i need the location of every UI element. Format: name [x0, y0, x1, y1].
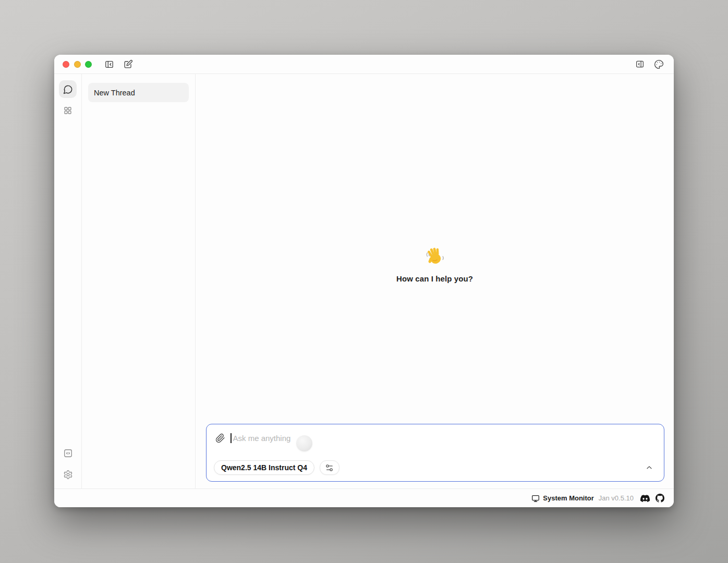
composer-collapse-button[interactable] — [642, 461, 657, 474]
paperclip-icon[interactable] — [215, 433, 225, 443]
app-window: New Thread — [54, 55, 674, 507]
composer: Qwen2.5 14B Instruct Q4 — [206, 424, 664, 482]
panel-right-toggle-icon[interactable] — [633, 58, 647, 70]
sidebar-item-settings[interactable] — [59, 466, 77, 483]
model-selector-button[interactable]: Qwen2.5 14B Instruct Q4 — [214, 460, 314, 475]
thread-list-panel: New Thread — [82, 74, 196, 488]
chat-bubble-icon — [63, 84, 73, 94]
new-thread-icon[interactable] — [121, 58, 135, 70]
thread-list-item[interactable]: New Thread — [88, 83, 189, 102]
greeting-emoji-text: 👋 — [445, 246, 446, 247]
sidebar-item-threads[interactable] — [59, 80, 77, 98]
greeting-text: How can I help you? — [196, 274, 674, 283]
minimize-button[interactable] — [74, 61, 81, 68]
app-version-label: Jan v0.5.10 — [599, 494, 634, 502]
zoom-button[interactable] — [85, 61, 92, 68]
chat-input[interactable] — [232, 434, 633, 443]
sliders-icon — [325, 463, 334, 472]
monitor-icon — [531, 494, 540, 503]
titlebar — [54, 55, 674, 74]
grid-icon — [63, 106, 72, 115]
panel-left-toggle-icon[interactable] — [102, 58, 116, 70]
left-rail — [54, 74, 82, 488]
statusbar: System Monitor Jan v0.5.10 — [54, 488, 674, 507]
close-button[interactable] — [63, 61, 69, 68]
traffic-lights — [63, 61, 92, 68]
system-monitor-label: System Monitor — [543, 494, 594, 502]
discord-icon[interactable] — [640, 495, 650, 502]
model-settings-button[interactable] — [320, 460, 339, 475]
loading-circle — [296, 435, 312, 451]
system-monitor-button[interactable]: System Monitor — [531, 494, 594, 503]
model-selector-label: Qwen2.5 14B Instruct Q4 — [221, 463, 307, 472]
theme-palette-icon[interactable] — [652, 58, 665, 70]
gear-icon — [63, 470, 73, 480]
waving-hand-emoji — [424, 246, 445, 266]
chevron-up-icon — [645, 463, 653, 472]
main-content: 👋 How can I help you? Qwe — [196, 74, 674, 488]
sidebar-item-local-api-server[interactable] — [59, 444, 77, 462]
thread-title: New Thread — [94, 89, 135, 97]
sidebar-item-hub[interactable] — [59, 102, 77, 119]
code-square-icon — [63, 448, 73, 458]
github-icon[interactable] — [656, 494, 664, 503]
greeting: 👋 How can I help you? — [196, 246, 674, 283]
